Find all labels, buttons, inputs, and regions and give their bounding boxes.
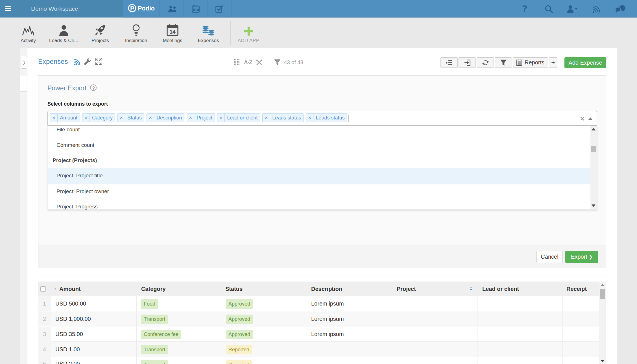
svg-text:14: 14	[169, 29, 176, 35]
